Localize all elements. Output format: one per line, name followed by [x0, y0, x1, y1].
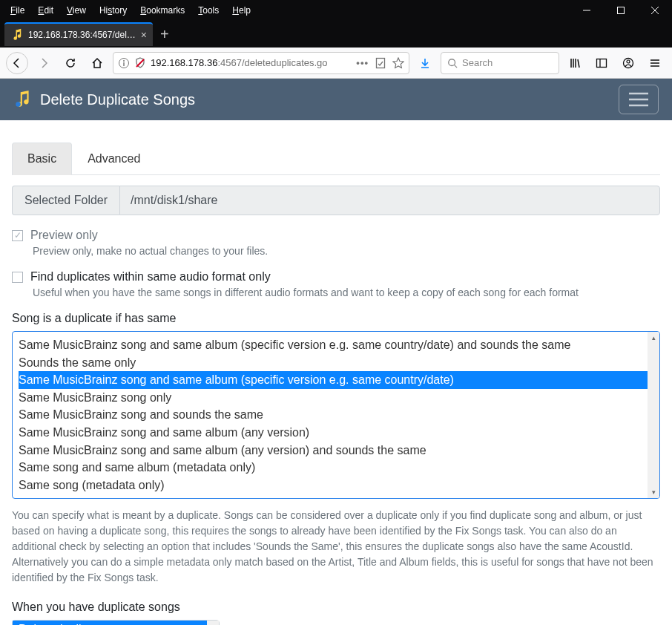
duplicate-criteria-listbox[interactable]: Same MusicBrainz song and same album (sp…	[12, 331, 660, 499]
duplicate-option[interactable]: Same MusicBrainz song only	[19, 389, 653, 407]
selected-folder-row: Selected Folder /mnt/disk1/share	[12, 186, 660, 215]
page-viewport[interactable]: Delete Duplicate Songs Basic Advanced Se…	[0, 79, 672, 625]
settings-tabs: Basic Advanced	[12, 143, 660, 175]
menu-bookmarks[interactable]: Bookmarks	[134, 2, 191, 19]
page-title: Delete Duplicate Songs	[40, 91, 195, 108]
navbar-toggle-button[interactable]	[619, 85, 659, 114]
hamburger-icon	[629, 92, 648, 107]
svg-rect-1	[618, 7, 625, 14]
duplicate-action-label: When you have duplicate songs	[12, 601, 660, 614]
duplicate-criteria-label: Song is a duplicate if has same	[12, 312, 660, 325]
action-scrollbar[interactable]: ▴ ▾	[207, 621, 219, 625]
same-format-option: Find duplicates within same audio format…	[12, 270, 660, 298]
menu-help[interactable]: Help	[226, 2, 257, 19]
preview-only-option: ✓ Preview only Preview only, make no act…	[12, 229, 660, 257]
new-tab-button[interactable]: +	[160, 26, 169, 43]
brand-music-icon	[13, 90, 33, 109]
downloads-button[interactable]	[414, 52, 436, 74]
svg-rect-8	[377, 58, 385, 68]
search-bar[interactable]: Search	[441, 52, 559, 74]
minimize-button[interactable]	[570, 0, 604, 21]
library-button[interactable]	[564, 52, 586, 74]
bookmark-star-icon[interactable]	[392, 57, 404, 69]
menu-file[interactable]: File	[4, 2, 30, 19]
url-text: 192.168.178.36:4567/deleteduplicates.go	[151, 57, 328, 68]
tab-advanced[interactable]: Advanced	[72, 143, 156, 174]
duplicate-option[interactable]: Same song and same album (metadata only)	[19, 459, 653, 477]
menubar[interactable]: File Edit View History Bookmarks Tools H…	[0, 2, 257, 19]
browser-toolbar: 192.168.178.36:4567/deleteduplicates.go …	[0, 48, 672, 79]
duplicate-option[interactable]: Same song (metadata only)	[19, 477, 653, 494]
same-format-label: Find duplicates within same audio format…	[30, 270, 271, 284]
preview-only-help: Preview only, make no actual changes to …	[33, 245, 660, 257]
browser-tab-title: 192.168.178.36:4567/deletedupl...	[28, 30, 136, 40]
duplicate-option[interactable]: Sounds the same only	[19, 354, 653, 372]
page-actions-icon[interactable]: •••	[356, 57, 369, 68]
duplicate-action-listbox[interactable]: Delete duplicateMove duplicate to Duplic…	[12, 620, 220, 625]
duplicate-option[interactable]: Same MusicBrainz song and same album (an…	[19, 442, 653, 459]
selected-folder-label: Selected Folder	[12, 186, 119, 215]
brand[interactable]: Delete Duplicate Songs	[13, 90, 195, 109]
browser-tabstrip: 192.168.178.36:4567/deletedupl... × +	[0, 21, 672, 48]
favicon-music-icon	[10, 28, 24, 42]
close-button[interactable]	[638, 0, 672, 21]
menu-tools[interactable]: Tools	[192, 2, 225, 19]
svg-rect-6	[123, 62, 124, 66]
same-format-checkbox[interactable]	[12, 272, 23, 283]
search-placeholder: Search	[462, 57, 493, 68]
tab-basic[interactable]: Basic	[12, 143, 72, 175]
preview-only-checkbox[interactable]: ✓	[12, 230, 23, 241]
duplicate-option[interactable]: Same MusicBrainz song and same album (an…	[19, 424, 653, 442]
app-menu-button[interactable]	[644, 52, 666, 74]
page-navbar: Delete Duplicate Songs	[0, 79, 672, 120]
window-titlebar: File Edit View History Bookmarks Tools H…	[0, 0, 672, 21]
action-option[interactable]: Delete duplicate	[13, 621, 219, 625]
menu-edit[interactable]: Edit	[32, 2, 59, 19]
search-icon	[447, 58, 458, 68]
home-button[interactable]	[86, 52, 108, 74]
url-bar[interactable]: 192.168.178.36:4567/deleteduplicates.go …	[113, 52, 409, 74]
reader-icon[interactable]	[375, 57, 386, 69]
svg-point-9	[449, 59, 455, 65]
duplicate-option[interactable]: Same MusicBrainz song and same album (sp…	[19, 371, 653, 389]
scroll-up-arrow[interactable]: ▴	[207, 621, 219, 625]
back-button[interactable]	[6, 52, 28, 74]
forward-button[interactable]	[33, 52, 55, 74]
reload-button[interactable]	[59, 52, 82, 74]
same-format-help: Useful when you have the same songs in d…	[33, 287, 660, 298]
menu-history[interactable]: History	[93, 2, 133, 19]
account-button[interactable]	[617, 52, 639, 74]
duplicate-option[interactable]: Same MusicBrainz song and sounds the sam…	[19, 406, 653, 424]
window-controls	[570, 0, 672, 21]
browser-tab[interactable]: 192.168.178.36:4567/deletedupl... ×	[4, 22, 153, 46]
menu-view[interactable]: View	[61, 2, 92, 19]
sidebar-button[interactable]	[590, 52, 613, 74]
svg-line-10	[455, 65, 458, 68]
duplicate-criteria-description: You can specify what is meant by a dupli…	[12, 508, 660, 586]
duplicate-option[interactable]: Same MusicBrainz song and same album (sp…	[19, 336, 653, 354]
close-tab-icon[interactable]: ×	[141, 29, 147, 41]
svg-point-14	[627, 60, 630, 63]
svg-rect-11	[597, 59, 607, 67]
preview-only-label: Preview only	[30, 229, 98, 242]
shield-disabled-icon[interactable]	[134, 57, 146, 69]
scroll-down-arrow[interactable]: ▾	[648, 486, 659, 498]
maximize-button[interactable]	[604, 0, 638, 21]
listbox-scrollbar[interactable]: ▴ ▾	[648, 332, 659, 498]
info-icon[interactable]	[118, 57, 130, 69]
scroll-up-arrow[interactable]: ▴	[648, 332, 659, 344]
selected-folder-value: /mnt/disk1/share	[119, 186, 660, 215]
svg-point-5	[123, 60, 125, 62]
